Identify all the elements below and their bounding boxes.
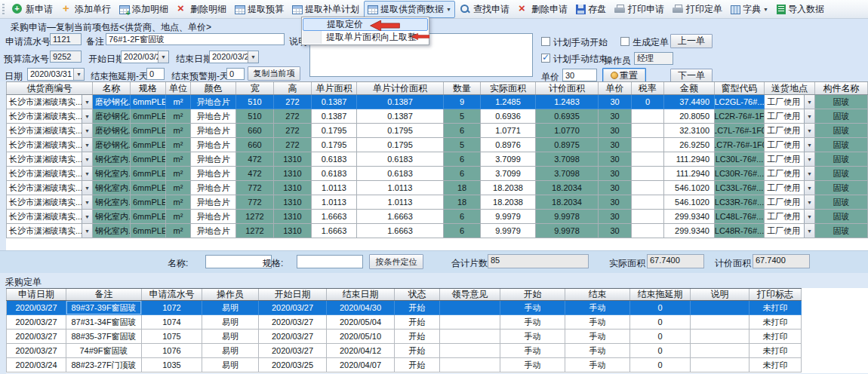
grid-cell[interactable]: 固玻 (815, 95, 868, 109)
grid-cell[interactable]: 0.1795 (357, 124, 444, 138)
grid-cell[interactable]: 5 (444, 138, 481, 152)
grid-cell[interactable]: 18 (444, 181, 481, 195)
grid-cell[interactable]: 1.0770 (536, 124, 599, 138)
grid-cell[interactable]: 6 (444, 167, 481, 181)
grid-cell[interactable]: 6mmPLE... (131, 181, 166, 195)
orders-grid-cell[interactable] (440, 301, 500, 315)
grid-cell[interactable]: 钢化室内... (93, 152, 131, 167)
grid-cell[interactable]: 0.1387 (312, 109, 357, 124)
orders-grid-cell[interactable]: 2020/03/27 (6, 344, 66, 358)
grid-cell[interactable]: 660 (236, 138, 274, 152)
orders-grid-cell[interactable]: 未打印 (749, 330, 802, 344)
grid-cell[interactable]: 472 (236, 167, 274, 181)
grid-cell[interactable]: 固玻 (815, 210, 868, 224)
grid-cell[interactable]: 6mmPLE... (131, 167, 166, 181)
grid-cell[interactable]: 660 (236, 124, 274, 138)
grid-cell[interactable]: LC2R-76#-1F (715, 109, 765, 124)
grid-cell[interactable]: 18.2034 (536, 181, 599, 195)
grid-cell[interactable]: LC7L-76#-1F0 (715, 124, 765, 138)
grid-cell[interactable]: 9.9978 (536, 210, 599, 224)
grid-cell[interactable]: 3.7098 (536, 167, 599, 181)
grid-cell[interactable]: 6mmPLE... (131, 195, 166, 210)
main-column-header[interactable]: 送货地点 (765, 82, 815, 94)
chevron-down-icon[interactable]: ▼ (804, 210, 814, 223)
grid-cell[interactable]: 3.7099 (481, 152, 536, 167)
grid-cell[interactable]: 0.1795 (312, 138, 357, 152)
toolbar-button-new-request[interactable]: 新申请 (8, 1, 57, 18)
grid-cell[interactable]: 299.9340 (664, 210, 715, 224)
chevron-down-icon[interactable]: ▼ (804, 181, 814, 195)
combo-cell[interactable]: 工厂使用▼ (765, 224, 815, 238)
grid-cell[interactable]: 18.2038 (481, 181, 536, 195)
toolbar-button-extract-budget[interactable]: 提取预算 (231, 1, 288, 18)
grid-cell[interactable]: 6mmPLE... (131, 138, 166, 152)
filter-spec-input[interactable] (297, 255, 363, 268)
orders-grid-cell[interactable]: 2020/03/27 (259, 301, 327, 315)
grid-cell[interactable]: 1.6663 (312, 210, 357, 224)
combo-cell[interactable]: 长沙市潇湘玻璃实...▼ (6, 124, 93, 138)
orders-grid-cell[interactable]: 2020/03/27 (259, 330, 327, 344)
main-column-header[interactable]: 单片计价面积 (357, 82, 444, 94)
grid-cell[interactable]: 546.1020 (664, 195, 715, 210)
orders-grid-cell[interactable]: 2020/04/07 (327, 358, 395, 372)
grid-cell[interactable]: 0.6183 (312, 152, 357, 167)
orders-grid-cell[interactable]: 易明 (202, 330, 259, 344)
grid-cell[interactable]: LC48R-76#... (715, 224, 765, 238)
orders-column-header[interactable]: 申请流水号 (142, 289, 202, 300)
orders-grid-cell[interactable]: 0 (630, 301, 691, 315)
toolbar-button-print-request[interactable]: 打印申请 (611, 1, 668, 18)
grid-cell[interactable]: LC48L-76#... (715, 210, 765, 224)
grid-cell[interactable]: 0.8975 (536, 138, 599, 152)
grid-cell[interactable] (632, 109, 664, 124)
grid-cell[interactable]: 磨砂钢化... (93, 109, 131, 124)
chevron-down-icon[interactable]: ▼ (82, 224, 92, 238)
combo-cell[interactable]: 工厂使用▼ (765, 152, 815, 167)
orders-grid-cell[interactable]: 88#23-27F门顶玻 (66, 358, 142, 372)
toolbar-button-print-order[interactable]: 打印定单 (669, 1, 726, 18)
orders-grid-cell[interactable]: 开始 (395, 344, 440, 358)
grid-cell[interactable]: 固玻 (815, 152, 868, 167)
orders-grid-cell[interactable]: 未打印 (749, 315, 802, 330)
grid-cell[interactable]: 272 (274, 124, 312, 138)
orders-grid-cell[interactable]: 手动 (565, 315, 630, 330)
grid-cell[interactable]: 异地合片 (191, 224, 236, 238)
chevron-down-icon[interactable]: ▼ (804, 152, 814, 166)
grid-cell[interactable]: 0.1387 (312, 95, 357, 109)
grid-cell[interactable]: 30 (599, 95, 632, 109)
generate-order-checkbox[interactable] (620, 37, 629, 46)
grid-cell[interactable]: 0.6183 (357, 167, 444, 181)
orders-grid-cell[interactable]: 88#35-37F窗固玻 (66, 330, 142, 344)
orders-column-header[interactable]: 结束 (565, 289, 630, 300)
grid-cell[interactable]: 32.3100 (664, 124, 715, 138)
grid-cell[interactable]: 272 (274, 138, 312, 152)
grid-cell[interactable]: 固玻 (815, 138, 868, 152)
budget-no-field[interactable] (50, 51, 82, 63)
grid-cell[interactable] (632, 152, 664, 167)
grid-cell[interactable]: m² (166, 210, 191, 224)
grid-cell[interactable]: 异地合片 (191, 210, 236, 224)
grid-cell[interactable]: 0.8976 (481, 138, 536, 152)
main-column-header[interactable]: 高 (274, 82, 312, 94)
orders-grid-cell[interactable]: 开始 (395, 301, 440, 315)
grid-cell[interactable]: 固玻 (815, 181, 868, 195)
orders-column-header[interactable]: 申请日期 (6, 289, 66, 300)
manual-start-checkbox[interactable] (541, 37, 550, 46)
toolbar-grip[interactable] (2, 4, 5, 15)
orders-grid-cell[interactable] (691, 358, 749, 372)
main-column-header[interactable]: 构件名称 (815, 82, 868, 94)
main-column-header[interactable]: 金额 (664, 82, 715, 94)
grid-cell[interactable]: 固玻 (815, 195, 868, 210)
grid-cell[interactable]: 固玻 (815, 109, 868, 124)
grid-cell[interactable]: 18.2038 (481, 195, 536, 210)
chevron-down-icon[interactable]: ▼ (82, 95, 92, 109)
orders-grid-cell[interactable]: 2020/03/27 (6, 330, 66, 344)
orders-grid-cell[interactable]: 89#37-39F窗固玻 (66, 301, 142, 315)
grid-cell[interactable]: 1310 (274, 210, 312, 224)
orders-grid-cell[interactable]: 0 (630, 344, 691, 358)
orders-column-header[interactable]: 说明 (691, 289, 749, 300)
unit-price-field[interactable] (562, 69, 597, 81)
combo-cell[interactable]: 长沙市潇湘玻璃实...▼ (6, 167, 93, 181)
chevron-down-icon[interactable]: ▼ (804, 95, 814, 109)
orders-table-row[interactable]: 2020/03/2789#37-39F窗固玻1072易明2020/03/2720… (6, 301, 802, 315)
combo-cell[interactable]: 工厂使用▼ (765, 124, 815, 138)
